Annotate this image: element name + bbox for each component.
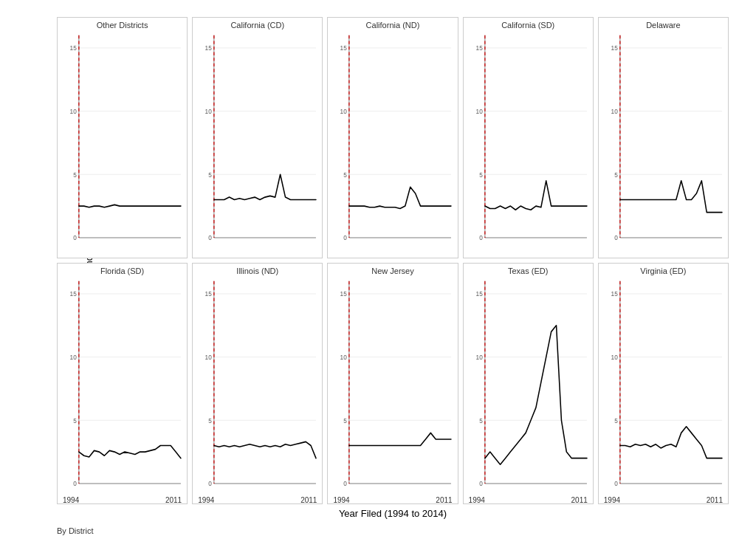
svg-text:10: 10	[475, 107, 482, 114]
svg-text:0: 0	[208, 233, 212, 241]
svg-text:10: 10	[70, 107, 77, 114]
svg-text:15: 15	[611, 44, 617, 52]
chart-svg-new-jersey: 051015	[328, 264, 457, 503]
x-axis-label: Year Filed (1994 to 2014)	[57, 508, 729, 519]
svg-text:0: 0	[73, 233, 77, 241]
svg-text:15: 15	[340, 44, 347, 52]
by-district-label: By District	[57, 526, 94, 535]
svg-text:10: 10	[340, 353, 347, 360]
svg-text:10: 10	[205, 353, 212, 360]
chart-grid: Other Districts051015California (CD)0510…	[57, 17, 729, 504]
chart-svg-florida-sd: 051015	[58, 264, 187, 503]
chart-svg-other-districts: 051015	[58, 18, 187, 258]
chart-panel-delaware: Delaware051015	[598, 17, 729, 258]
chart-panel-new-jersey: New Jersey051015	[327, 263, 458, 504]
chart-panel-florida-sd: Florida (SD)051015	[57, 263, 188, 504]
svg-text:5: 5	[614, 171, 618, 178]
chart-svg-california-cd: 051015	[193, 18, 322, 258]
svg-text:0: 0	[614, 479, 618, 487]
svg-text:5: 5	[208, 416, 212, 424]
svg-text:0: 0	[344, 233, 348, 241]
svg-text:5: 5	[73, 171, 77, 178]
chart-panel-texas-ed: Texas (ED)051015	[463, 263, 594, 504]
chart-svg-california-sd: 051015	[464, 18, 593, 258]
svg-text:0: 0	[479, 479, 483, 487]
chart-panel-other-districts: Other Districts051015	[57, 17, 188, 258]
svg-text:15: 15	[340, 290, 347, 298]
svg-text:10: 10	[205, 107, 212, 114]
svg-text:15: 15	[70, 44, 77, 52]
svg-text:5: 5	[73, 416, 77, 424]
svg-text:5: 5	[479, 171, 483, 178]
svg-text:5: 5	[479, 416, 483, 424]
chart-svg-delaware: 051015	[599, 18, 728, 258]
panel-grid: Other Districts051015California (CD)0510…	[57, 17, 729, 504]
x-ticks-row0: 19942011	[57, 496, 188, 504]
svg-text:15: 15	[205, 44, 212, 52]
svg-text:10: 10	[340, 107, 347, 114]
svg-text:5: 5	[344, 416, 348, 424]
svg-text:0: 0	[344, 479, 348, 487]
svg-text:10: 10	[475, 353, 482, 360]
svg-text:5: 5	[344, 171, 348, 178]
chart-container: Estimated Defendants Per Suit Other Dist…	[16, 10, 740, 541]
x-ticks-row1: 19942011	[192, 496, 323, 504]
svg-text:15: 15	[205, 290, 212, 298]
svg-text:0: 0	[208, 479, 212, 487]
svg-text:5: 5	[614, 416, 618, 424]
svg-text:10: 10	[611, 353, 617, 360]
chart-svg-virginia-ed: 051015	[599, 264, 728, 503]
chart-panel-california-sd: California (SD)051015	[463, 17, 594, 258]
svg-text:15: 15	[475, 290, 482, 298]
svg-text:0: 0	[479, 233, 483, 241]
chart-panel-california-nd: California (ND)051015	[327, 17, 458, 258]
svg-text:5: 5	[208, 171, 212, 178]
x-tick-row: 1994201119942011199420111994201119942011	[57, 496, 729, 504]
svg-text:15: 15	[475, 44, 482, 52]
svg-text:0: 0	[73, 479, 77, 487]
svg-text:10: 10	[611, 107, 617, 114]
svg-text:0: 0	[614, 233, 618, 241]
chart-panel-virginia-ed: Virginia (ED)051015	[598, 263, 729, 504]
svg-text:15: 15	[611, 290, 617, 298]
svg-text:10: 10	[70, 353, 77, 360]
chart-svg-texas-ed: 051015	[464, 264, 593, 503]
svg-text:15: 15	[70, 290, 77, 298]
chart-panel-illinois-nd: Illinois (ND)051015	[192, 263, 323, 504]
chart-panel-california-cd: California (CD)051015	[192, 17, 323, 258]
chart-svg-california-nd: 051015	[328, 18, 457, 258]
chart-svg-illinois-nd: 051015	[193, 264, 322, 503]
